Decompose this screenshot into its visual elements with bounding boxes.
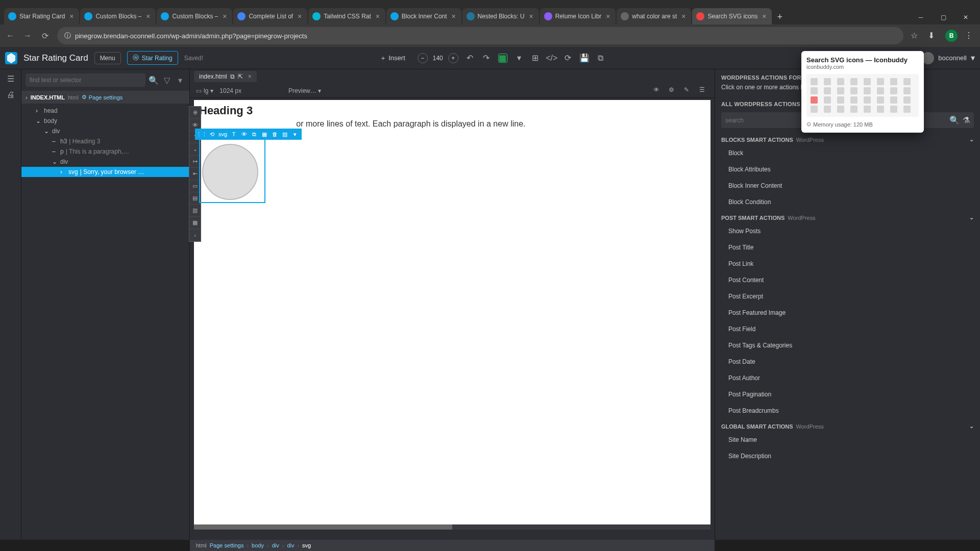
breakpoint-selector[interactable]: ▭ lg ▾: [196, 87, 213, 94]
print-icon[interactable]: 🖨: [5, 89, 17, 101]
action-post-featured-image[interactable]: Post Featured Image: [719, 305, 976, 320]
star-rating-button[interactable]: ⓦ Star Rating: [127, 51, 178, 65]
action-block-condition[interactable]: Block Condition: [719, 194, 976, 210]
browser-tab-6[interactable]: Nested Blocks: U×: [462, 8, 539, 24]
profile-avatar[interactable]: B: [945, 30, 958, 42]
bookmark-icon[interactable]: ☆: [911, 31, 921, 41]
bc-div2[interactable]: div: [287, 542, 294, 548]
menu-button[interactable]: Menu: [94, 52, 121, 64]
tree-search-input[interactable]: [26, 73, 145, 87]
action-post-link[interactable]: Post Link: [719, 256, 976, 271]
copy-icon[interactable]: ⧉: [251, 131, 258, 138]
action-site-name[interactable]: Site Name: [719, 432, 976, 447]
close-icon[interactable]: ×: [144, 13, 152, 20]
browser-tab-1[interactable]: Custom Blocks –×: [80, 8, 156, 24]
sync-icon[interactable]: ⟲: [208, 131, 215, 138]
action-site-description[interactable]: Site Description: [719, 448, 976, 464]
action-post-content[interactable]: Post Content: [719, 272, 976, 288]
duplicate-icon[interactable]: ⧉: [230, 73, 235, 80]
pinegrow-logo-icon[interactable]: [5, 52, 17, 64]
chevron-down-icon[interactable]: ▾: [514, 54, 524, 63]
grid-icon[interactable]: ▦: [261, 131, 268, 138]
close-icon[interactable]: ×: [68, 13, 75, 20]
drag-icon[interactable]: ⋮⋮: [198, 131, 205, 138]
action-block-inner-content[interactable]: Block Inner Content: [719, 178, 976, 193]
action-post-breadcrumbs[interactable]: Post Breadcrumbs: [719, 403, 976, 418]
page-preview[interactable]: Heading 3 This is a paragraph of one or …: [194, 100, 710, 524]
chevron-down-icon[interactable]: ▾: [971, 53, 975, 63]
preview-dropdown[interactable]: Preview… ▾: [288, 87, 321, 94]
maximize-button[interactable]: ▢: [933, 10, 953, 24]
global-section-header[interactable]: GLOBAL SMART ACTIONS WordPress ⌄: [715, 419, 980, 432]
file-header[interactable]: › INDEX.HTML html ⚙ Page settings: [21, 91, 189, 104]
layout2-icon[interactable]: ▥: [189, 205, 201, 217]
chevron-down-icon[interactable]: ⌄: [969, 214, 974, 221]
text-icon[interactable]: T: [230, 131, 237, 138]
save-icon[interactable]: 💾: [580, 54, 589, 63]
eye-icon[interactable]: 👁: [240, 131, 248, 138]
brush-icon[interactable]: ✎: [684, 86, 693, 95]
tree-node-div2[interactable]: ⌄div: [21, 157, 189, 167]
action-post-field[interactable]: Post Field: [719, 321, 976, 337]
bc-div[interactable]: div: [272, 542, 279, 548]
bc-page-settings[interactable]: Page settings: [210, 542, 244, 548]
canvas-tab-index[interactable]: index.html ⧉ ⇱ ×: [194, 71, 257, 82]
filter-icon[interactable]: ▽: [162, 75, 172, 85]
download-icon[interactable]: ⬇: [928, 31, 938, 41]
heading-3[interactable]: Heading 3: [199, 104, 705, 117]
action-post-tags-categories[interactable]: Post Tags & Categories: [719, 338, 976, 353]
eye-icon[interactable]: 👁: [653, 86, 663, 95]
close-icon[interactable]: ×: [221, 13, 228, 20]
browser-tab-4[interactable]: Tailwind CSS Rat×: [308, 8, 385, 24]
redo-button[interactable]: ↷: [482, 54, 491, 63]
more-icon[interactable]: ›: [189, 229, 201, 241]
tree-node-h3[interactable]: –h3 | Heading 3: [21, 136, 189, 146]
close-icon[interactable]: ×: [296, 13, 303, 20]
close-icon[interactable]: ×: [450, 13, 457, 20]
back-button[interactable]: ←: [5, 31, 15, 41]
menu-icon[interactable]: ⋮: [965, 31, 975, 41]
chevron-down-icon[interactable]: ⌄: [969, 423, 974, 430]
reload-button[interactable]: ⟳: [40, 31, 50, 41]
action-post-pagination[interactable]: Post Pagination: [719, 387, 976, 402]
zoom-out-button[interactable]: −: [418, 53, 428, 63]
browser-tab-3[interactable]: Complete List of×: [233, 8, 307, 24]
visual-helpers-button[interactable]: ▦: [498, 54, 507, 63]
close-icon[interactable]: ×: [248, 73, 252, 80]
action-post-author[interactable]: Post Author: [719, 370, 976, 386]
post-section-header[interactable]: POST SMART ACTIONS WordPress ⌄: [715, 210, 980, 223]
tree-node-svg[interactable]: ›svg | Sorry, your browser …: [21, 167, 189, 177]
css-grid-icon[interactable]: ⊞: [531, 54, 540, 63]
tree-icon[interactable]: ☰: [5, 72, 17, 85]
close-icon[interactable]: ×: [604, 13, 611, 20]
browser-tab-2[interactable]: Custom Blocks –×: [157, 8, 232, 24]
close-icon[interactable]: ×: [374, 13, 381, 20]
horizontal-scrollbar[interactable]: [194, 524, 710, 530]
chevron-down-icon[interactable]: ▾: [291, 131, 299, 138]
layout3-icon[interactable]: ▦: [189, 217, 201, 229]
action-post-title[interactable]: Post Title: [719, 240, 976, 255]
settings-icon[interactable]: ⚙: [669, 86, 678, 95]
shade-icon[interactable]: ▨: [281, 131, 288, 138]
action-post-excerpt[interactable]: Post Excerpt: [719, 289, 976, 304]
action-show-posts[interactable]: Show Posts: [719, 223, 976, 239]
browser-tab-5[interactable]: Block Inner Cont×: [386, 8, 461, 24]
close-icon[interactable]: ×: [680, 13, 687, 20]
menu-icon[interactable]: ☰: [699, 86, 708, 95]
target-icon[interactable]: ⊕: [189, 107, 201, 119]
action-post-date[interactable]: Post Date: [719, 354, 976, 369]
minimize-button[interactable]: ─: [911, 10, 931, 24]
refresh-icon[interactable]: ⟳: [564, 54, 573, 63]
tree-node-div[interactable]: ⌄div: [21, 126, 189, 136]
address-bar[interactable]: ⓘ pinegrow.brendan-oconnell.com/wp-admin…: [57, 27, 903, 44]
search-icon[interactable]: 🔍: [949, 115, 960, 125]
browser-tab-7[interactable]: Relume Icon Libr×: [540, 8, 616, 24]
zoom-in-button[interactable]: +: [448, 53, 458, 63]
new-tab-button[interactable]: +: [773, 10, 787, 24]
bc-html[interactable]: html: [196, 542, 207, 548]
close-icon[interactable]: ×: [761, 13, 768, 20]
action-block-attributes[interactable]: Block Attributes: [719, 162, 976, 177]
code-icon[interactable]: </>: [547, 54, 556, 63]
action-block[interactable]: Block: [719, 145, 976, 161]
search-icon[interactable]: 🔍: [149, 75, 159, 85]
